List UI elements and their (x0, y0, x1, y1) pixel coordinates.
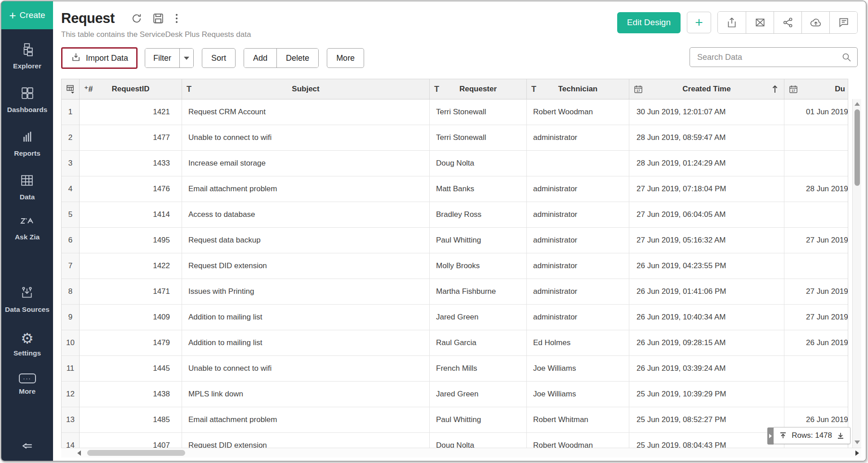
cell-rownum[interactable]: 2 (62, 125, 80, 151)
cell-requester[interactable]: Matt Banks (430, 176, 527, 202)
cell-dueby[interactable]: 27 Jun 2019, 0 (784, 279, 848, 305)
cell-dueby[interactable] (784, 202, 848, 228)
edit-design-button[interactable]: Edit Design (617, 12, 681, 33)
sidebar-item-more[interactable]: ... More (19, 373, 36, 396)
table-row[interactable]: 21477Unable to connect to wifiTerri Ston… (62, 125, 848, 151)
sidebar-item-data-sources[interactable]: Data Sources (5, 286, 49, 314)
go-to-bottom-icon[interactable] (837, 432, 845, 440)
cell-created[interactable]: 28 Jun 2019, 08:59:47 AM (629, 125, 784, 151)
cell-requestid[interactable]: 1422 (80, 253, 182, 279)
export-button[interactable] (718, 12, 746, 33)
cell-requester[interactable]: Terri Stonewall (430, 99, 527, 125)
cell-dueby[interactable] (784, 382, 848, 407)
badge-collapse-arrow[interactable] (767, 427, 774, 445)
cell-technician[interactable]: Joe Williams (527, 356, 629, 382)
cell-created[interactable]: 25 Jun 2019, 08:52:27 PM (629, 407, 784, 433)
cell-requester[interactable]: Bradley Ross (430, 202, 527, 228)
email-button[interactable] (746, 12, 774, 33)
cell-requestid[interactable]: 1445 (80, 356, 182, 382)
cell-rownum[interactable]: 1 (62, 99, 80, 125)
cell-created[interactable]: 26 Jun 2019, 03:39:24 AM (629, 356, 784, 382)
cell-dueby[interactable]: 01 Jun 2019, 1 (784, 99, 848, 125)
cell-technician[interactable]: administrator (527, 202, 629, 228)
cell-requester[interactable]: Martha Fishburne (430, 279, 527, 305)
cell-dueby[interactable]: 27 Jun 2019, 0 (784, 305, 848, 330)
import-data-button[interactable]: Import Data (61, 47, 138, 69)
scroll-left-arrow[interactable] (77, 450, 81, 456)
cell-requestid[interactable]: 1479 (80, 330, 182, 356)
cell-dueby[interactable] (784, 151, 848, 176)
more-options-kebab-icon[interactable] (174, 13, 179, 24)
add-button[interactable]: Add (244, 49, 276, 67)
cell-requester[interactable]: Raul Garcia (430, 330, 527, 356)
cell-created[interactable]: 26 Jun 2019, 04:23:55 PM (629, 253, 784, 279)
column-header-subject[interactable]: T Subject (182, 79, 430, 99)
table-row[interactable]: 41476Email attachment problemMatt Banksa… (62, 176, 848, 202)
column-header-requestid[interactable]: ⁺# RequestID (80, 79, 182, 99)
sidebar-item-reports[interactable]: Reports (14, 130, 40, 157)
column-header-created-time[interactable]: 17 Created Time (629, 79, 784, 99)
cell-requestid[interactable]: 1433 (80, 151, 182, 176)
cell-rownum[interactable]: 13 (62, 407, 80, 433)
cell-subject[interactable]: Email attachment problem (182, 407, 430, 433)
cell-dueby[interactable]: 28 Jun 2019, 0 (784, 176, 848, 202)
save-icon[interactable] (152, 13, 164, 24)
cell-created[interactable]: 26 Jun 2019, 09:28:15 AM (629, 330, 784, 356)
cell-rownum[interactable]: 7 (62, 253, 80, 279)
vertical-scrollbar-thumb[interactable] (855, 109, 860, 186)
column-header-dueby-time[interactable]: 17 Du (784, 79, 848, 99)
table-row[interactable]: 11421Request CRM AccountTerri StonewallR… (62, 99, 848, 125)
horizontal-scrollbar-thumb[interactable] (87, 450, 185, 456)
cell-subject[interactable]: Request data backup (182, 228, 430, 253)
cell-requestid[interactable]: 1471 (80, 279, 182, 305)
cell-subject[interactable]: Unable to connect to wifi (182, 356, 430, 382)
cell-rownum[interactable]: 11 (62, 356, 80, 382)
table-row[interactable]: 81471Issues with PrintingMartha Fishburn… (62, 279, 848, 305)
table-row[interactable]: 111445Unable to connect to wifiFrench Mi… (62, 356, 848, 382)
cell-dueby[interactable] (784, 253, 848, 279)
cell-created[interactable]: 26 Jun 2019, 01:41:06 PM (629, 279, 784, 305)
table-row[interactable]: 91409Addition to mailing listJared Green… (62, 305, 848, 330)
cell-subject[interactable]: Unable to connect to wifi (182, 125, 430, 151)
refresh-button[interactable] (131, 13, 142, 24)
select-all-header[interactable] (62, 79, 80, 99)
cell-dueby[interactable]: 26 Jun 2019, 0 (784, 330, 848, 356)
collapse-sidebar-button[interactable] (21, 440, 34, 454)
sidebar-item-data[interactable]: Data (20, 174, 35, 201)
cell-requester[interactable]: French Mills (430, 356, 527, 382)
column-header-requester[interactable]: T Requester (430, 79, 527, 99)
table-row[interactable]: 51414Access to databaseBradley Rossadmin… (62, 202, 848, 228)
cell-created[interactable]: 30 Jun 2019, 12:01:07 AM (629, 99, 784, 125)
scroll-up-arrow[interactable] (855, 102, 860, 106)
cell-requester[interactable]: Terri Stonewall (430, 125, 527, 151)
cell-requestid[interactable]: 1421 (80, 99, 182, 125)
cell-rownum[interactable]: 3 (62, 151, 80, 176)
cell-rownum[interactable]: 5 (62, 202, 80, 228)
cell-technician[interactable]: Robert Whitman (527, 407, 629, 433)
table-row[interactable]: 121438MPLS link downJared GreenJoe Willi… (62, 382, 848, 407)
go-to-top-icon[interactable] (779, 432, 787, 440)
cell-technician[interactable]: Ed Holmes (527, 330, 629, 356)
cell-rownum[interactable]: 10 (62, 330, 80, 356)
sidebar-item-dashboards[interactable]: Dashboards (7, 86, 48, 114)
sidebar-item-explorer[interactable]: Explorer (13, 43, 41, 70)
table-row[interactable]: 61495Request data backupPaul Whittingadm… (62, 228, 848, 253)
cell-requestid[interactable]: 1495 (80, 228, 182, 253)
cell-technician[interactable]: administrator (527, 176, 629, 202)
sidebar-item-settings[interactable]: ⚙ Settings (13, 332, 41, 357)
cell-created[interactable]: 27 Jun 2019, 06:04:05 AM (629, 202, 784, 228)
cell-technician[interactable]: administrator (527, 305, 629, 330)
cell-technician[interactable]: Joe Williams (527, 382, 629, 407)
cell-rownum[interactable]: 6 (62, 228, 80, 253)
vertical-scrollbar[interactable] (852, 99, 861, 448)
cell-dueby[interactable] (784, 356, 848, 382)
cell-requestid[interactable]: 1409 (80, 305, 182, 330)
cell-technician[interactable] (527, 151, 629, 176)
cell-created[interactable]: 27 Jun 2019, 05:16:32 AM (629, 228, 784, 253)
cell-requester[interactable]: Jared Green (430, 305, 527, 330)
search-input[interactable] (690, 53, 841, 62)
cell-requester[interactable]: Doug Nolta (430, 151, 527, 176)
share-button[interactable] (774, 12, 801, 33)
cell-rownum[interactable]: 9 (62, 305, 80, 330)
sort-button[interactable]: Sort (202, 48, 236, 68)
